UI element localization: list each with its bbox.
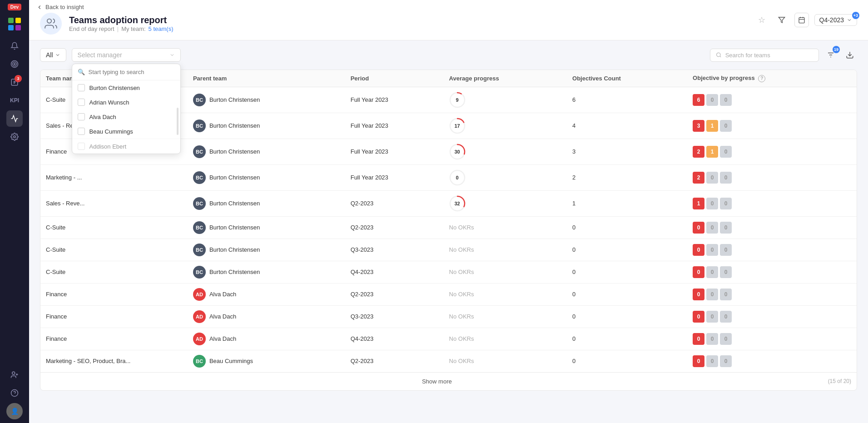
team-link[interactable]: 5 team(s) [149,25,174,32]
cell-obj-by-progress: 000 [687,305,857,328]
badge-yellow: 1 [706,146,718,158]
badge-gray: 0 [720,311,732,323]
badge-gray: 0 [706,333,718,345]
cell-avg-progress: 17 [444,113,567,139]
manager-avatar: BC [193,119,206,132]
manager-checkbox-1[interactable] [78,99,85,106]
cell-parent-team: BCBurton Christensen [188,216,345,239]
svg-rect-3 [15,25,21,30]
cell-avg-progress: No OKRs [444,261,567,283]
badge-gray: 0 [706,222,718,234]
badge-gray: 0 [706,355,718,367]
sidebar-item-settings[interactable] [6,129,23,145]
manager-avatar: AD [193,333,206,345]
badge-gray: 0 [706,94,718,106]
sidebar: Dev 3 KPI 👤 [0,0,29,423]
badge-red: 6 [693,94,704,106]
manager-option-3[interactable]: Beau Cummings [72,124,180,139]
cell-period: Q2-2023 [345,283,444,305]
star-button[interactable]: ☆ [754,13,769,27]
table-row: FinanceADAlva DachQ2-2023No OKRs0000 [40,283,857,305]
cell-parent-team: ADAlva Dach [188,283,345,305]
filter-icon-button[interactable] [774,13,789,27]
manager-avatar: BC [193,171,206,184]
cell-parent-team: BCBeau Cummings [188,350,345,372]
badge-red: 1 [693,198,704,209]
table-row: C-SuiteBCBurton ChristensenQ4-2023No OKR… [40,261,857,283]
header-actions: ☆ Q4-2023 +3 [754,13,857,27]
manager-option-1[interactable]: Adrian Wunsch [72,95,180,109]
manager-select-button[interactable]: Select manager [72,48,181,62]
badge-red: 0 [693,311,704,323]
svg-point-14 [47,19,51,23]
cell-period: Q3-2023 [345,239,444,261]
manager-dropdown-list: Burton Christensen Adrian Wunsch Alva Da… [72,80,180,154]
filter-count-badge: 19 [833,46,840,53]
badge-gray: 0 [720,198,732,209]
cell-period: Q4-2023 [345,261,444,283]
svg-point-20 [717,53,720,56]
search-icon: 🔍 [78,69,85,75]
cell-obj-by-progress: 600 [687,87,857,113]
advanced-filter-button[interactable]: 19 [823,48,838,62]
cell-objectives-count: 0 [567,328,687,350]
manager-checkbox-0[interactable] [78,84,85,91]
sidebar-item-targets[interactable] [6,56,23,72]
help-icon[interactable]: ? [758,75,765,82]
sidebar-item-kpi[interactable]: KPI [6,92,23,109]
cell-objectives-count: 4 [567,113,687,139]
badge-red: 0 [693,244,704,256]
table-row: FinanceADAlva DachQ4-2023No OKRs0000 [40,328,857,350]
table-row: FinanceADAlva DachQ3-2023No OKRs0000 [40,305,857,328]
manager-search-input[interactable] [89,69,175,75]
manager-option-0[interactable]: Burton Christensen [72,80,180,95]
manager-dropdown: 🔍 Burton Christensen Adrian Wunsch [72,64,181,154]
badge-gray: 0 [706,172,718,184]
show-more-row: Show more (15 of 20) [40,372,857,390]
search-teams-input[interactable] [725,52,813,59]
main-content: Back to insight Teams adoption report En… [29,0,868,423]
svg-point-9 [12,372,15,374]
cell-parent-team: BCBurton Christensen [188,190,345,216]
content-area: All Select manager 🔍 [29,40,868,423]
cell-avg-progress: No OKRs [444,239,567,261]
manager-checkbox-3[interactable] [78,128,85,135]
progress-circle: 32 [449,195,466,212]
period-selector[interactable]: Q4-2023 +3 [814,14,857,26]
cell-obj-by-progress: 200 [687,164,857,190]
sidebar-item-notifications[interactable] [6,38,23,54]
back-link[interactable]: Back to insight [36,4,84,10]
sidebar-item-help[interactable] [6,385,23,401]
cell-parent-team: ADAlva Dach [188,328,345,350]
manager-checkbox-4[interactable] [78,143,85,150]
manager-option-4[interactable]: Addison Ebert [72,139,180,154]
manager-checkbox-2[interactable] [78,113,85,120]
cell-objectives-count: 0 [567,239,687,261]
progress-circle: 17 [449,118,466,134]
cell-avg-progress: 30 [444,139,567,164]
svg-rect-0 [8,18,14,23]
badge-gray: 0 [720,146,732,158]
cell-objectives-count: 2 [567,164,687,190]
sidebar-item-analytics[interactable] [6,110,23,127]
show-more-cell[interactable]: Show more (15 of 20) [40,372,857,390]
dropdown-search-area: 🔍 [72,64,180,80]
manager-select: Select manager 🔍 Burton Christensen [72,48,181,62]
search-teams-container [710,49,819,62]
period-badge: +3 [852,12,859,19]
page-header: Back to insight Teams adoption report En… [29,0,868,40]
badge-red: 0 [693,222,704,234]
sidebar-item-tasks[interactable]: 3 [6,74,23,90]
tasks-badge: 3 [15,75,22,82]
cell-team-name: Finance [40,283,188,305]
sidebar-item-add-user[interactable] [6,367,23,383]
svg-rect-1 [15,18,21,23]
cell-period: Full Year 2023 [345,164,444,190]
filter-all-button[interactable]: All [40,48,66,62]
badge-red: 2 [693,172,704,184]
cell-team-name: C-Suite [40,239,188,261]
calendar-button[interactable] [794,13,809,27]
manager-option-2[interactable]: Alva Dach [72,109,180,124]
download-button[interactable] [843,48,857,62]
user-avatar[interactable]: 👤 [6,403,23,419]
